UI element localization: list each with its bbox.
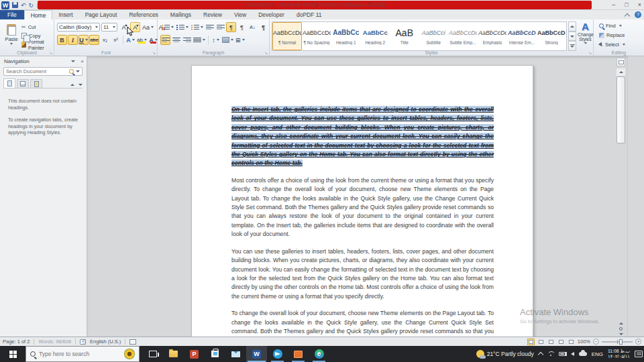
align-center-button[interactable] [171,35,181,45]
borders-button[interactable]: ⊞ [235,35,246,45]
justify-button[interactable] [193,35,206,45]
styles-scroll-up-icon[interactable] [568,21,576,32]
volume-icon[interactable] [571,352,574,356]
tab-review[interactable]: Review [197,10,228,19]
subscript-button[interactable]: x₂ [100,35,110,45]
styles-more-icon[interactable] [568,41,576,51]
zoom-slider[interactable] [602,341,633,343]
document-page[interactable]: On the Insert tab, the galleries include… [191,65,533,337]
show-hidden-icons-chevron[interactable] [537,352,543,357]
decrease-indent-button[interactable] [205,22,215,32]
tab-developer[interactable]: Developer [252,10,290,19]
cut-button[interactable]: ✂ Cut [21,23,54,32]
browse-pages-tab[interactable] [17,79,29,88]
tab-insert[interactable]: Insert [52,10,78,19]
file-explorer-button[interactable] [163,346,184,362]
line-spacing-button[interactable]: ↕ [211,35,221,45]
clock[interactable]: 11:08 ب.ظ ۱۴۰۲/۰۵/۱۱ [608,349,630,360]
task-view-button[interactable] [142,346,163,362]
start-button[interactable] [0,346,25,362]
search-icon[interactable] [69,69,74,74]
next-result-icon[interactable] [78,84,83,86]
outline-view-button[interactable] [557,339,565,345]
select-button[interactable]: Select [599,40,625,49]
replace-button[interactable]: Replace [599,31,625,40]
previous-page-icon[interactable] [619,322,623,324]
wifi-icon[interactable] [547,351,554,357]
search-highlight-image[interactable] [124,349,135,359]
shading-button[interactable] [221,35,234,45]
italic-button[interactable]: I [68,35,78,45]
navigation-close-icon[interactable]: × [80,58,84,64]
styles-dialog-launcher-icon[interactable]: ↘ [588,50,592,55]
zoom-level[interactable]: 100% [578,339,590,345]
navigation-search-input[interactable] [6,68,67,74]
ruler-toggle-button[interactable] [616,58,625,66]
taskbar-search-input[interactable] [39,351,106,357]
style-subtle-emphasis[interactable]: AaBbCcDd Subtle Emp... [448,22,478,50]
paragraph[interactable]: Most controls offer a choice of using th… [231,176,494,239]
input-language[interactable]: ENG [592,351,603,357]
page-indicator[interactable]: Page: 1 of 2 [3,339,30,345]
taskbar-search-box[interactable] [25,346,140,362]
multilevel-list-button[interactable] [190,22,204,32]
font-size-combo[interactable]: 11 [101,23,117,32]
style-normal[interactable]: AaBbCcDd ¶ Normal [272,22,302,50]
vertical-scrollbar[interactable] [616,56,626,337]
strikethrough-button[interactable]: abc [89,35,99,45]
telegram-button[interactable] [267,346,288,362]
font-family-combo[interactable]: Calibri (Body) [57,23,100,32]
numbering-button[interactable] [175,22,189,32]
selected-paragraph[interactable]: On the Insert tab, the galleries include… [231,106,494,166]
powerpoint-button[interactable]: P [184,346,205,362]
web-layout-view-button[interactable] [547,339,555,345]
style-strong[interactable]: AaBbCcDc Strong [537,22,566,50]
tab-dopdf[interactable]: doPDF 11 [290,10,328,19]
show-paragraph-marks-button[interactable]: ¶ [258,22,268,32]
tab-mailings[interactable]: Mailings [164,10,197,19]
ltr-direction-button[interactable]: ¶ [226,22,236,32]
navigation-options-icon[interactable] [71,60,75,62]
bold-button[interactable]: B [57,35,67,45]
weather-widget[interactable]: 21°C Partly cloudy [476,350,534,358]
previous-result-icon[interactable] [70,84,74,86]
search-options-icon[interactable] [76,70,80,72]
tab-page-layout[interactable]: Page Layout [79,10,123,19]
navigation-search-box[interactable] [3,67,83,76]
zoom-in-button[interactable]: + [635,339,641,345]
style-subtitle[interactable]: AaBbCci Subtitle [419,22,449,50]
tab-file[interactable]: File [0,10,24,19]
photos-button[interactable] [288,346,309,362]
increase-indent-button[interactable] [215,22,225,32]
clipboard-dialog-launcher-icon[interactable]: ↘ [49,50,52,55]
paragraph-dialog-launcher-icon[interactable]: ↘ [264,50,268,55]
microsoft-store-button[interactable] [205,346,225,362]
font-color-button[interactable]: A [148,35,158,45]
tab-references[interactable]: References [123,10,164,19]
onedrive-icon[interactable] [579,352,587,356]
redo-icon[interactable]: ↻ [29,2,34,9]
tab-home[interactable]: Home [24,10,53,19]
maximize-button[interactable]: □ [625,1,628,9]
bullets-button[interactable] [160,22,174,32]
paragraph[interactable]: To change the overall look of your docum… [231,309,494,337]
zoom-out-button[interactable]: − [593,339,599,345]
zoom-slider-thumb[interactable] [619,339,623,345]
rtl-direction-button[interactable]: ¶ [237,22,247,32]
browse-results-tab[interactable] [30,79,42,88]
close-button[interactable]: × [638,1,641,9]
change-styles-button[interactable]: A Change Styles [578,21,593,54]
minimize-ribbon-icon[interactable] [625,13,630,18]
help-icon[interactable]: ? [635,11,641,18]
save-icon[interactable] [12,2,18,8]
document-text[interactable]: On the Insert tab, the galleries include… [231,105,494,337]
paste-dropdown-icon[interactable] [10,43,13,45]
fullscreen-reading-view-button[interactable] [537,339,545,345]
next-page-icon[interactable] [619,333,623,335]
paragraph[interactable]: You can use these galleries to insert ta… [231,247,494,301]
print-layout-view-button[interactable] [527,339,535,345]
draft-view-button[interactable] [568,339,575,345]
underline-button[interactable]: U [78,35,89,45]
undo-icon[interactable]: ↶ [21,2,26,9]
paste-button[interactable]: Paste [3,22,20,52]
